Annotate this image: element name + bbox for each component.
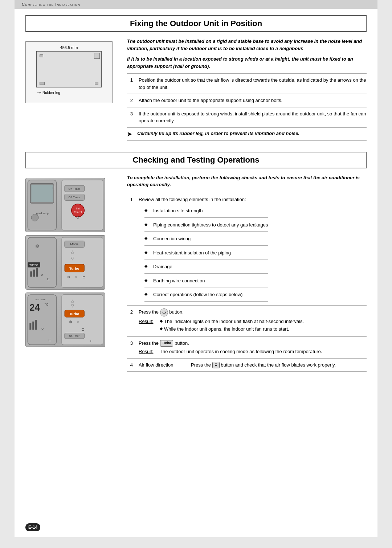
svg-text:⊏: ⊏ [82, 275, 85, 279]
rubber-leg-label: ⊸ Rubber leg [37, 90, 109, 95]
section2-right: To complete the installation, perform th… [127, 174, 367, 372]
svg-text:⏻: ⏻ [76, 215, 79, 219]
svg-text:⊏: ⊏ [52, 185, 55, 189]
svg-text:❄: ❄ [67, 275, 70, 279]
svg-rect-19 [30, 271, 32, 277]
svg-text:✕: ✕ [40, 273, 43, 277]
intro-para-1: The outdoor unit must be installed on a … [127, 38, 367, 52]
svg-text:SET TEMP: SET TEMP [35, 298, 45, 300]
section1-content: 456.5 mm 254 mm ⊸ Rub [25, 38, 367, 141]
svg-text:+: + [90, 339, 92, 343]
svg-text:good sleep: good sleep [36, 212, 49, 214]
remote-stack: On Timer Off Timer Set Cancel ⏻ good sle [25, 178, 120, 347]
section1-title: Fixing the Outdoor Unit in Position [25, 15, 367, 32]
svg-text:TURBO: TURBO [29, 263, 38, 266]
section1-right: The outdoor unit must be installed on a … [127, 38, 367, 141]
svg-text:On Timer: On Timer [68, 187, 80, 190]
svg-text:❄: ❄ [35, 243, 40, 249]
svg-text:On Timer: On Timer [69, 335, 79, 337]
remote-image-3: SET TEMP 24 °C ✕ ⊏ [25, 293, 105, 347]
step3-result: Result: The outdoor unit operates in coo… [139, 348, 322, 355]
step2-result: Result: The indicator lights on the indo… [139, 318, 304, 334]
svg-text:☀: ☀ [74, 275, 78, 279]
svg-text:Turbo: Turbo [69, 312, 79, 316]
section2-title: Checking and Testing Operations [25, 152, 367, 168]
airflow-button-icon: ⊏ [212, 362, 220, 368]
section1-left: 456.5 mm 254 mm ⊸ Rub [25, 38, 120, 141]
step-1: 1 Position the outdoor unit so that the … [127, 74, 367, 94]
svg-text:▽: ▽ [71, 256, 74, 261]
page-number: E-14 [25, 523, 40, 531]
page: Completing the Installation Fixing the O… [15, 0, 377, 537]
unit-box [36, 51, 102, 87]
width-label: 456.5 mm [29, 45, 109, 50]
svg-text:Off Timer: Off Timer [69, 196, 81, 199]
step1-bullets: Installation site strength Piping connec… [144, 204, 268, 302]
svg-rect-21 [36, 267, 38, 277]
svg-text:△: △ [71, 298, 74, 302]
svg-text:⊏: ⊏ [47, 277, 50, 281]
svg-text:☀: ☀ [76, 320, 79, 324]
svg-rect-39 [32, 321, 34, 330]
svg-text:°C: °C [45, 302, 49, 306]
breadcrumb: Completing the Installation [15, 0, 377, 9]
outdoor-unit-diagram: 456.5 mm 254 mm ⊸ Rub [25, 41, 113, 103]
section2-step-1: 1 Review all the following elements in t… [127, 193, 367, 306]
step-2: 2 Attach the outdoor unit to the appropr… [127, 94, 367, 107]
svg-text:✕: ✕ [41, 327, 44, 331]
section1-steps: 1 Position the outdoor unit so that the … [127, 73, 367, 128]
intro-para-2: If it is to be installed in a location e… [127, 56, 367, 70]
svg-text:▽: ▽ [71, 304, 74, 308]
section2-intro: To complete the installation, perform th… [127, 174, 367, 188]
step-3: 3 If the outdoor unit is exposed to stro… [127, 107, 367, 128]
svg-rect-20 [33, 269, 35, 277]
svg-text:24: 24 [29, 302, 40, 312]
remote-image-2: ❄ TURBO ✕ ⊏ [25, 235, 105, 290]
svg-text:Cancel: Cancel [74, 210, 82, 213]
section2-content: On Timer Off Timer Set Cancel ⏻ good sle [25, 174, 367, 372]
svg-text:⊏: ⊏ [81, 327, 85, 331]
breadcrumb-text: Completing the Installation [22, 2, 80, 7]
svg-text:⊏: ⊏ [48, 338, 52, 342]
section2: Checking and Testing Operations [15, 152, 377, 372]
svg-point-13 [31, 214, 38, 221]
set-cancel-button-icon: ⏻ [160, 308, 168, 316]
section2-steps: 1 Review all the following elements in t… [127, 193, 367, 372]
svg-text:❄: ❄ [69, 319, 72, 324]
section2-step-4: 4 Air flow direction Press the ⊏ button … [127, 359, 367, 372]
svg-text:Set: Set [76, 207, 79, 209]
svg-text:Mode: Mode [70, 242, 78, 246]
svg-rect-40 [35, 320, 37, 330]
section1-note: ➤ Certainly fix up its rubber leg, in or… [127, 128, 367, 141]
svg-text:Turbo: Turbo [69, 266, 79, 270]
svg-text:△: △ [71, 249, 74, 254]
turbo-button-icon: Turbo [160, 340, 173, 347]
section2-step-3: 3 Press the Turbo button. Result: The ou… [127, 337, 367, 359]
section2-step-2: 2 Press the ⏻ button. Result: The indica [127, 306, 367, 337]
remote-image-1: On Timer Off Timer Set Cancel ⏻ good sle [25, 178, 105, 232]
section2-left: On Timer Off Timer Set Cancel ⏻ good sle [25, 174, 120, 372]
svg-rect-2 [31, 184, 53, 202]
svg-rect-38 [29, 323, 31, 330]
